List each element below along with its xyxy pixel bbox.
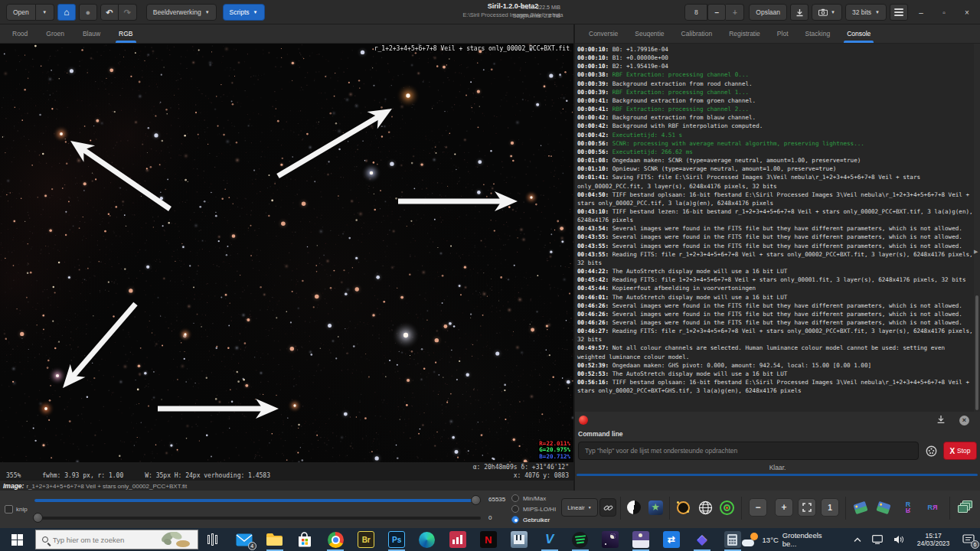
tab-plot[interactable]: Plot <box>769 25 796 43</box>
threads-value[interactable]: 8 <box>684 4 707 21</box>
flip-vertical-button[interactable]: RR <box>899 498 917 517</box>
tab-sequentie[interactable]: Seuqentie <box>627 25 671 43</box>
taskbar-app-calculator[interactable] <box>724 530 742 549</box>
star-mask-button[interactable]: ★ <box>646 498 665 517</box>
mode-mips[interactable]: MIPS-LO/HI <box>511 505 556 513</box>
home-button[interactable]: ⌂ <box>57 4 76 21</box>
threads-minus-button[interactable]: − <box>707 4 726 21</box>
tab-rgb[interactable]: RGB <box>111 25 140 43</box>
image-processing-menu-button[interactable]: Beeldverwerking ▼ <box>146 4 217 21</box>
taskbar-app-store[interactable] <box>296 530 314 549</box>
radio-icon-selected[interactable] <box>511 516 519 523</box>
low-slider[interactable] <box>34 517 481 520</box>
threads-plus-button[interactable]: + <box>726 4 744 21</box>
astrometry-button[interactable] <box>696 498 714 517</box>
command-input[interactable] <box>578 442 919 460</box>
image-viewport[interactable]: r_1+2+3+4+5+6+7+8 Veil + stars only_0000… <box>0 44 573 462</box>
taskbar-clock[interactable]: 15:17 24/03/2023 <box>917 532 950 547</box>
clip-checkbox[interactable] <box>5 505 13 514</box>
high-slider[interactable] <box>34 499 481 502</box>
mode-user[interactable]: Gebruiker <box>511 516 550 523</box>
arrow-annotations <box>0 44 573 462</box>
zoom-in-button[interactable]: + <box>775 498 793 517</box>
action-center-button[interactable]: 6 <box>957 528 980 551</box>
tab-stacking[interactable]: Stacking <box>798 25 838 43</box>
flip-horizontal-button[interactable]: RR <box>923 498 942 517</box>
taskbar-app-v[interactable]: V <box>541 530 559 549</box>
open-button[interactable]: Open <box>6 4 36 21</box>
taskbar-weather[interactable]: 13°C Grotendeels be... <box>742 531 838 548</box>
rotate-right-button[interactable] <box>874 498 893 517</box>
console-log[interactable]: 00:00:10: B0: +1.79916e-0400:00:10: B1: … <box>575 44 974 412</box>
export-button[interactable] <box>790 4 808 21</box>
tray-expand-button[interactable] <box>854 537 861 543</box>
taskbar-app-siril[interactable]: ◆ <box>693 530 711 549</box>
sequence-frames-button[interactable] <box>956 498 974 517</box>
snapshot-button[interactable]: ▼ <box>812 4 842 21</box>
undo-button[interactable]: ↶ <box>100 4 119 21</box>
save-button[interactable]: Opslaan <box>749 4 787 21</box>
image-processing-label: Beeldverwerking <box>153 8 201 16</box>
close-button[interactable]: × <box>957 8 977 17</box>
taskbar-app-spotify[interactable] <box>571 530 590 549</box>
display-controls-bar: knip 65535 0 Min/Max MIPS-LO/HI Gebruike… <box>0 491 980 528</box>
psf-stars-button[interactable] <box>674 498 692 517</box>
rotate-left-button[interactable] <box>851 498 870 517</box>
taskbar-app-photoshop[interactable]: Ps <box>387 530 406 549</box>
low-slider-handle[interactable] <box>33 513 43 523</box>
zoom-fit-button[interactable] <box>798 498 816 517</box>
taskbar-app-explorer[interactable] <box>266 530 284 549</box>
pane-expander-icon[interactable]: ▶ <box>974 249 978 255</box>
taskbar-app-sleep[interactable] <box>632 530 650 549</box>
scripts-menu-button[interactable]: Scripts ▼ <box>223 4 265 21</box>
taskbar-app-bridge[interactable]: Br <box>357 530 375 549</box>
link-channels-button[interactable] <box>599 498 616 517</box>
command-history-button[interactable] <box>922 442 940 460</box>
taskbar-app-chrome[interactable] <box>326 530 345 549</box>
taskbar-app-nightsky[interactable] <box>601 530 619 549</box>
photometry-button[interactable] <box>717 498 736 517</box>
zoom-out-button[interactable]: − <box>749 498 767 517</box>
scale-mode-dropdown[interactable]: Lineair ▼ <box>561 498 598 517</box>
start-button[interactable] <box>0 528 35 551</box>
console-entry: 00:52:53: The AutoStretch display mode w… <box>577 370 973 378</box>
mode-minmax[interactable]: Min/Max <box>511 494 546 502</box>
speaker-icon <box>893 535 904 544</box>
main-menu-button[interactable] <box>890 4 908 21</box>
minimize-button[interactable]: – <box>911 8 931 17</box>
tab-blauw[interactable]: Blauw <box>75 25 108 43</box>
search-input[interactable] <box>53 536 145 544</box>
tab-groen[interactable]: Groen <box>38 25 72 43</box>
taskbar-app-edge[interactable] <box>418 530 436 549</box>
export-log-button[interactable] <box>936 413 946 427</box>
network-tray-button[interactable] <box>872 535 883 544</box>
radio-icon[interactable] <box>511 494 519 502</box>
open-dropdown-button[interactable]: ▼ <box>36 4 54 21</box>
clear-log-button[interactable]: × <box>959 416 969 425</box>
high-slider-handle[interactable] <box>471 495 481 505</box>
taskbar-app-charts[interactable] <box>449 530 467 549</box>
task-view-button[interactable] <box>203 528 223 551</box>
redo-button[interactable]: ↷ <box>119 4 137 21</box>
bit-depth-dropdown[interactable]: 32 bits ▼ <box>845 4 887 21</box>
tab-calibration[interactable]: Calibration <box>674 25 720 43</box>
logging-indicator-icon[interactable] <box>579 416 588 425</box>
volume-tray-button[interactable] <box>893 535 904 544</box>
taskbar-app-netflix[interactable]: N <box>479 530 498 549</box>
record-button[interactable]: ● <box>79 4 97 21</box>
taskbar-app-mail[interactable]: 4 <box>235 530 253 549</box>
rotate-left-icon <box>853 500 867 514</box>
zoom-100-button[interactable]: 1 <box>821 498 839 517</box>
radio-icon[interactable] <box>511 505 519 513</box>
taskbar-search[interactable] <box>35 530 198 549</box>
negative-view-button[interactable] <box>625 498 643 517</box>
tab-conversie[interactable]: Conversie <box>581 25 626 43</box>
taskbar-app-music[interactable] <box>510 530 528 549</box>
console-scrollbar[interactable] <box>974 44 980 412</box>
tab-console[interactable]: Console <box>839 25 878 43</box>
maximize-button[interactable]: ▫ <box>934 8 954 17</box>
stop-button[interactable]: X Stop <box>943 442 977 460</box>
taskbar-app-teamviewer[interactable]: ⇄ <box>662 530 681 549</box>
tab-rood[interactable]: Rood <box>5 25 35 43</box>
tab-registratie[interactable]: Registratie <box>721 25 768 43</box>
